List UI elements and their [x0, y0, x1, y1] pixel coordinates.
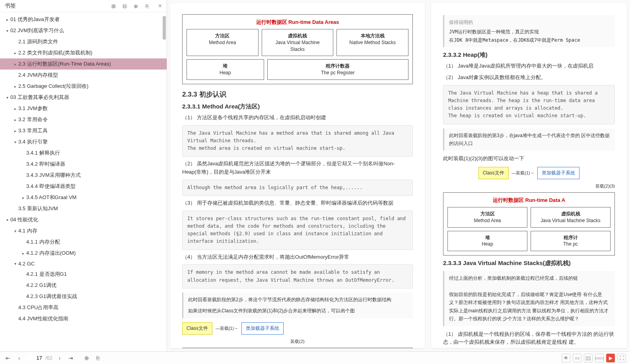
- bookmark-item[interactable]: ▾3.4 执行引擎: [0, 136, 167, 147]
- play-icon[interactable]: ▶: [606, 354, 615, 362]
- status-bar: ⇤ ‹ /62 › ⇥ ⊕ ⎘ 👁 ▭ ▯▯ ▭▭ ▶ ⛶: [0, 351, 630, 364]
- bookmark-item[interactable]: 4.2.2 G1调优: [0, 280, 167, 291]
- bookmark-item[interactable]: 4.4 JVM性能优化指南: [0, 313, 167, 324]
- save-bookmark-icon[interactable]: ⎘: [144, 3, 150, 9]
- bookmark-item[interactable]: ▸2.3 运行时数据区(Run-Time Data Areas): [0, 58, 167, 70]
- runtime-data-areas-diagram: 运行时数据区 Run-time Data Areas 方法区Method Are…: [182, 14, 413, 84]
- scrollbar[interactable]: [163, 16, 166, 40]
- bookmark-item[interactable]: 4.2.1 是否选用G1: [0, 269, 167, 280]
- bookmark-item[interactable]: 3.4.4 即使编译器类型: [0, 181, 167, 192]
- bookmark-item[interactable]: 3.4.2 即时编译器: [0, 159, 167, 170]
- tool-icon-2[interactable]: ⎘: [94, 354, 102, 362]
- note-block: 此时回看装载阶段的第2步，将这个字节流所代表的静态存储结构转化为方法区的运行时数…: [182, 292, 413, 318]
- first-page-button[interactable]: ⇤: [4, 354, 12, 362]
- heading-233: 2.3.3 初步认识: [182, 90, 413, 99]
- add-bookmark-icon[interactable]: ⊕: [133, 3, 139, 9]
- runtime-diagram-2: 运行时数据区 Run-time Data Areas 方法区Method Are…: [182, 348, 413, 348]
- bookmark-item[interactable]: 3.4.3 JVM采用哪种方式: [0, 170, 167, 181]
- eye-icon[interactable]: 👁: [562, 354, 570, 362]
- page-total: /62: [45, 355, 52, 361]
- bookmark-item[interactable]: 3.5 重新认知JVM: [0, 203, 167, 214]
- bookmark-item[interactable]: ▸4.1.2 内存溢出(OOM): [0, 248, 167, 259]
- bookmark-item[interactable]: ▸3.2 常用命令: [0, 114, 167, 125]
- view-book-icon[interactable]: ▭▭: [595, 354, 604, 362]
- bookmark-item[interactable]: ▾02 JVM到底该学习什么: [0, 25, 167, 36]
- bookmark-item[interactable]: 4.2.3 G1调优最佳实战: [0, 291, 167, 302]
- bookmark-item[interactable]: ▾03 工欲善其事必先利其器: [0, 92, 167, 103]
- note-block-right: 值得说明的 JVM运行时数据区是一种规范，真正的实现 在JDK 8中就是Meta…: [443, 15, 615, 47]
- bookmark-item[interactable]: 4.1.1 内存分配: [0, 236, 167, 248]
- last-page-button[interactable]: ⇥: [67, 354, 75, 362]
- view-single-icon[interactable]: ▭: [573, 354, 581, 362]
- bookmark-item[interactable]: ▸3.4.5 AOT和Graal VM: [0, 192, 167, 203]
- bookmark-item[interactable]: 2.4 JVM内存模型: [0, 70, 167, 81]
- heading-2332: 2.3.3.2 Heap(堆): [443, 51, 615, 59]
- bookmark-item[interactable]: ▾4.1 内存: [0, 225, 167, 236]
- bookmark-item[interactable]: ▸3.3 常用工具: [0, 125, 167, 136]
- document-viewer: 运行时数据区 Run-time Data Areas 方法区Method Are…: [167, 0, 630, 351]
- bookmark-item[interactable]: ▸2.5 Garbage Collect(垃圾回收): [0, 81, 167, 92]
- heading-2333: 2.3.3.3 Java Virtual Machine Stacks(虚拟机栈…: [443, 259, 615, 267]
- bookmark-item[interactable]: ▾4.2 GC: [0, 259, 167, 269]
- page-right: 值得说明的 JVM运行时数据区是一种规范，真正的实现 在JDK 8中就是Meta…: [431, 3, 627, 348]
- bookmarks-sidebar: 书签 ⊞ ⊟ ⊕ ⎘ × ▸01 优秀的Java开发者▾02 JVM到底该学习什…: [0, 0, 167, 351]
- fullscreen-icon[interactable]: ⛶: [617, 354, 626, 362]
- sidebar-title: 书签: [5, 2, 16, 10]
- expand-icon[interactable]: ⊞: [111, 3, 117, 9]
- page-left: 运行时数据区 Run-time Data Areas 方法区Method Are…: [170, 3, 425, 348]
- prev-page-button[interactable]: ‹: [15, 354, 23, 362]
- bookmark-item[interactable]: 2.1 源码到类文件: [0, 36, 167, 47]
- bookmark-item[interactable]: ▾04 性能优化: [0, 214, 167, 225]
- flow-diagram: Class文件 —装载(1)→ 类加载器子系统: [182, 322, 413, 335]
- view-facing-icon[interactable]: ▯▯: [584, 354, 593, 362]
- bookmark-item[interactable]: ▸2.2 类文件到虚拟机(类加载机制): [0, 47, 167, 58]
- bookmark-item[interactable]: ▸3.1 JVM参数: [0, 103, 167, 114]
- close-icon[interactable]: ×: [158, 2, 162, 10]
- next-page-button[interactable]: ›: [56, 354, 64, 362]
- sidebar-header: 书签 ⊞ ⊟ ⊕ ⎘ ×: [0, 0, 167, 12]
- flow-diagram-right: Class文件 —装载(1)→ 类加载器子系统: [443, 167, 615, 179]
- heading-2331: 2.3.3.1 Method Area(方法区): [182, 103, 413, 110]
- bookmark-tree: ▸01 优秀的Java开发者▾02 JVM到底该学习什么2.1 源码到类文件▸2…: [0, 12, 167, 351]
- bookmark-item[interactable]: 4.3 CPU占用率高: [0, 302, 167, 313]
- runtime-diagram-right: 运行时数据区 Run-time Data A 方法区Method Area虚拟机…: [443, 192, 615, 256]
- collapse-icon[interactable]: ⊟: [122, 3, 128, 9]
- tool-icon-1[interactable]: ⊕: [83, 354, 91, 362]
- page-number-input[interactable]: [26, 355, 42, 361]
- bookmark-item[interactable]: ▸01 优秀的Java开发者: [0, 14, 167, 25]
- bookmark-item[interactable]: 3.4.1 解释执行: [0, 147, 167, 159]
